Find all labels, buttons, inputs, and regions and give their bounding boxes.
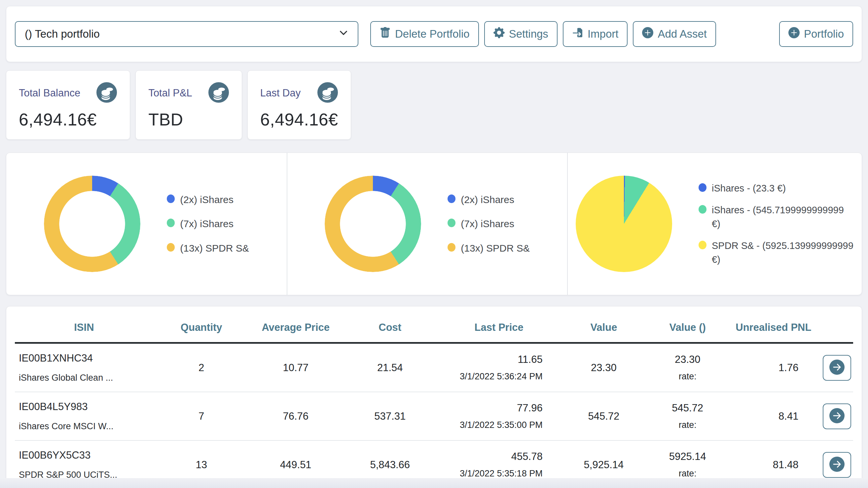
value-fx: 545.72 (648, 402, 727, 414)
stat-cards: Total Balance 6,494.16€ Total P&L TBD La… (6, 70, 862, 140)
unrealised-pnl-cell: 8.41 (727, 392, 819, 441)
legend-dot (699, 183, 707, 192)
asset-name: iShares Core MSCI W... (19, 421, 153, 431)
legend-dot (447, 243, 456, 252)
last-price-time: 3/1/2022 5:35:00 PM (438, 420, 542, 430)
legend-label: iShares - (23.3 €) (712, 181, 786, 195)
last-price: 455.78 (438, 451, 542, 463)
value-fx: 5925.14 (648, 451, 727, 463)
settings-label: Settings (509, 28, 548, 40)
stat-label: Total Balance (19, 87, 80, 99)
delete-portfolio-button[interactable]: Delete Portfolio (370, 21, 479, 47)
legend-item: (2x) iShares (447, 193, 529, 207)
import-button[interactable]: Import (563, 21, 628, 47)
legend-dot (167, 243, 175, 252)
legend-dot (167, 219, 175, 227)
trash-icon (379, 27, 391, 41)
portfolio-select-value: () Tech portfolio (25, 28, 339, 40)
isin-code: IE00B4L5Y983 (19, 401, 153, 413)
add-portfolio-button[interactable]: Portfolio (779, 21, 853, 47)
plus-circle-icon (788, 27, 800, 41)
legend-label: (13x) SPDR S& (180, 241, 249, 256)
fx-rate-label: rate: (648, 420, 727, 430)
chevron-down-icon (339, 28, 348, 40)
import-label: Import (588, 28, 619, 40)
page-bottom-fade (0, 478, 868, 488)
stat-card-last-day: Last Day 6,494.16€ (247, 70, 351, 140)
cost-cell: 21.54 (342, 343, 438, 392)
col-header-cost: Cost (342, 315, 438, 343)
average-price-cell: 76.76 (250, 392, 342, 441)
coin-stack-icon (208, 82, 229, 104)
quantity-donut-chart (44, 176, 141, 272)
legend-item: (13x) SPDR S& (447, 241, 529, 256)
legend-dot (447, 219, 456, 227)
value-cell: 23.30 (560, 343, 648, 392)
plus-circle-icon (642, 27, 653, 41)
fx-rate-label: rate: (648, 371, 727, 382)
last-day-value: 6,494.16€ (260, 109, 338, 129)
chart-cell-quantity-donut-2: (2x) iShares (7x) iShares (13x) SPDR S& (287, 153, 567, 295)
charts-panel: (2x) iShares (7x) iShares (13x) SPDR S& … (6, 153, 862, 295)
delete-portfolio-label: Delete Portfolio (395, 28, 470, 40)
chart-legend: iShares - (23.3 €) iShares - (545.719999… (699, 177, 854, 270)
value-pie-chart (576, 176, 672, 272)
legend-item: SPDR S& - (5925.139999999999 €) (699, 239, 854, 266)
average-price-cell: 10.77 (250, 343, 342, 392)
arrow-right-circle-icon (829, 360, 844, 376)
col-header-average-price: Average Price (250, 315, 342, 343)
stat-label: Last Day (260, 87, 301, 99)
chart-legend: (2x) iShares (7x) iShares (13x) SPDR S& (167, 188, 249, 261)
quantity-donut-chart-2 (325, 176, 421, 272)
gear-icon (493, 27, 505, 41)
stat-card-total-pnl: Total P&L TBD (135, 70, 242, 140)
quantity-cell: 2 (153, 343, 250, 392)
last-price-time: 3/1/2022 5:35:18 PM (438, 468, 542, 479)
asset-detail-button[interactable] (823, 403, 851, 429)
fx-rate-label: rate: (648, 468, 727, 479)
toolbar-panel: () Tech portfolio Delete Portfolio Setti… (6, 6, 862, 62)
portfolio-select[interactable]: () Tech portfolio (15, 21, 359, 47)
col-header-quantity: Quantity (153, 315, 250, 343)
legend-item: (7x) iShares (447, 217, 529, 231)
chart-cell-value-pie: iShares - (23.3 €) iShares - (545.719999… (567, 153, 862, 295)
col-header-actions (819, 315, 853, 343)
cost-cell: 537.31 (342, 392, 438, 441)
settings-button[interactable]: Settings (484, 21, 558, 47)
col-header-unrealised-pnl: Unrealised PNL (727, 315, 819, 343)
file-import-icon (572, 27, 583, 41)
legend-label: SPDR S& - (5925.139999999999 €) (712, 239, 854, 266)
legend-dot (699, 241, 707, 249)
value-fx: 23.30 (648, 354, 727, 365)
legend-label: (2x) iShares (461, 193, 514, 207)
col-header-isin: ISIN (15, 315, 153, 343)
legend-label: (2x) iShares (180, 193, 234, 207)
table-row: IE00B1XNHC34iShares Global Clean ... 2 1… (15, 343, 853, 392)
asset-detail-button[interactable] (823, 452, 851, 478)
arrow-right-circle-icon (829, 457, 844, 473)
holdings-table-panel: ISIN Quantity Average Price Cost Last Pr… (6, 306, 862, 488)
isin-code: IE00B1XNHC34 (19, 352, 153, 364)
table-row: IE00B4L5Y983iShares Core MSCI W... 7 76.… (15, 392, 853, 441)
portfolio-dashboard: () Tech portfolio Delete Portfolio Setti… (0, 0, 868, 488)
holdings-table: ISIN Quantity Average Price Cost Last Pr… (15, 315, 853, 488)
arrow-right-circle-icon (829, 408, 844, 424)
last-price: 11.65 (438, 354, 542, 365)
legend-label: (7x) iShares (461, 217, 514, 231)
last-price-time: 3/1/2022 5:36:24 PM (438, 371, 542, 382)
asset-detail-button[interactable] (823, 355, 851, 381)
chart-legend: (2x) iShares (7x) iShares (13x) SPDR S& (447, 188, 529, 261)
legend-label: iShares - (545.7199999999999 €) (712, 203, 854, 231)
unrealised-pnl-cell: 1.76 (727, 343, 819, 392)
legend-dot (699, 205, 707, 214)
add-asset-button[interactable]: Add Asset (633, 21, 716, 47)
legend-item: iShares - (545.7199999999999 €) (699, 203, 854, 231)
chart-cell-quantity-donut: (2x) iShares (7x) iShares (13x) SPDR S& (6, 153, 287, 295)
last-price: 77.96 (438, 402, 542, 414)
legend-label: (7x) iShares (180, 217, 234, 231)
col-header-last-price: Last Price (438, 315, 560, 343)
legend-item: (7x) iShares (167, 217, 249, 231)
isin-code: IE00B6YX5C33 (19, 449, 153, 461)
legend-label: (13x) SPDR S& (461, 241, 529, 256)
asset-name: iShares Global Clean ... (19, 373, 153, 383)
